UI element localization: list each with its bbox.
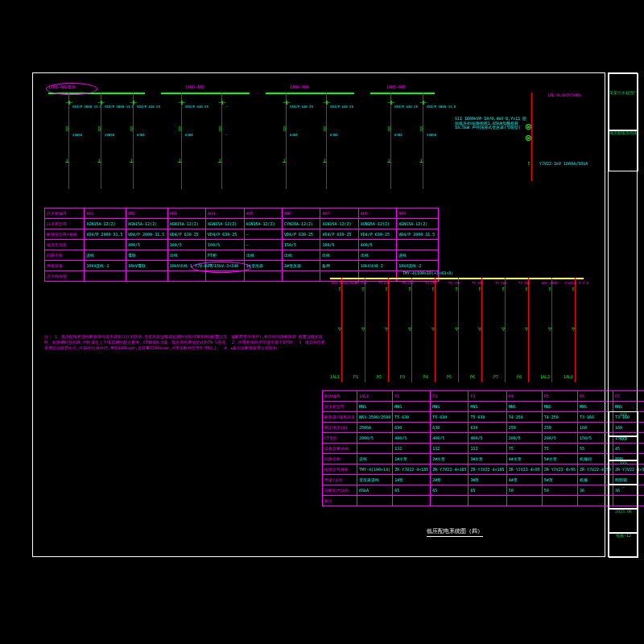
lv-incomer-cable: YJV22-1kV 1600A/50kA [539, 161, 588, 166]
tb-approver: XXX [609, 460, 638, 465]
lv-bus-spec: TMY-4(100×10)+1(63×8) [402, 270, 453, 275]
tb-designer: XXX [609, 412, 638, 417]
hv-branch-AH6: ⊣⊢▯⊥VD4/P 630-25630A [274, 93, 298, 189]
tb-date: 2023.06 [609, 509, 638, 514]
drawing-sheet: 1AH1~AH2母联 1AH3~AH3 1AH4~AH4 1AH5~AH5 ⊣⊢… [0, 0, 644, 644]
lv-bus-label: 1AL-0.4kV/50Hz [547, 93, 581, 97]
lv-branch-1AL2: NA3-2500/—▯▽1AL2 [540, 278, 563, 382]
transformer-label: S11 1600kVA-10/0.4kV-D,Yn11 阻抗电压4%短路损耗1.… [455, 117, 527, 130]
tb-sheet: 电施-12 [609, 533, 638, 538]
lv-branch-1AL8: EGS630-Z-4-B▯▽1AL8 [564, 278, 586, 382]
lv-branch-P7: T3-160▯▽P7 [493, 278, 516, 382]
lv-branch-P1: T5-630▯▽P1 [353, 278, 376, 382]
bus-label-4: 1AH5~AH5 [386, 85, 406, 89]
tb-drawing: 低压配电系统图 [609, 130, 638, 135]
lv-branch-1AL1: NA3-2500/2500▯▽1AL1 [330, 278, 353, 382]
hv-branch-AH8: ⊣⊢▯⊥VD4/P 630-25630A [378, 93, 402, 189]
hv-branch-AH7: ⊣⊢▯⊥VD4/P 630-25630A [314, 93, 338, 189]
lv-branch-P4: T4-250▯▽P4 [423, 278, 446, 382]
hv-branch-AH3: ⊣⊢▯⊥VD4/P 630-25630A [121, 93, 145, 189]
bus-label-2: 1AH3~AH3 [185, 85, 204, 89]
lv-branch-P8: T2-100▯▽P8 [517, 278, 539, 382]
hv-cable-note: YJV-8.7/15kV-3×240 [195, 263, 238, 268]
lv-branch-P2: T5-630▯▽P2 [377, 278, 399, 382]
tb-checker: XXX [609, 436, 638, 441]
lv-branch-P6: T3-160▯▽P6 [470, 278, 493, 382]
hv-branch-AH4: ⊣⊢▯⊥VD4/P 630-25630A [169, 93, 193, 189]
hv-branch-AH1: ⊣⊢▯⊥VD4/P 2000-31.52000A [56, 93, 80, 189]
drawing-notes: 注： 1、低压配电柜进线断路器与变压器出口开关联动,当变压器过载或短路时应能可靠… [44, 334, 326, 351]
lv-branch-P3: T5-630▯▽P3 [400, 278, 423, 382]
tb-scale: — [609, 485, 638, 489]
title-block: 某某污水处理厂 低压配电系统图 XXX XXX XXX — 2023.06 电施… [608, 72, 638, 557]
drawing-title: 低压配电系统图（四） [427, 527, 483, 537]
hv-branch-AH5: ⊣⊢▯⊥—— [209, 93, 233, 189]
tb-project: 某某污水处理厂 [609, 74, 638, 95]
lv-panel-table: 柜内编号1AL1P1P2P3P4P5P6P7P81AL21AL8开关柜型号MNS… [322, 390, 644, 506]
breaker-icon: ▯ [527, 161, 530, 167]
bus-label-3: 1AH4~AH4 [290, 85, 309, 89]
lv-branch-P5: T4-250▯▽P5 [447, 278, 469, 382]
hv-branch-AH9: ⊣⊢▯⊥VD4/P 2000-31.52000A [411, 93, 435, 189]
hv-branch-AH2: ⊣⊢▯⊥VD4/P 2000-31.52000A [89, 93, 113, 189]
